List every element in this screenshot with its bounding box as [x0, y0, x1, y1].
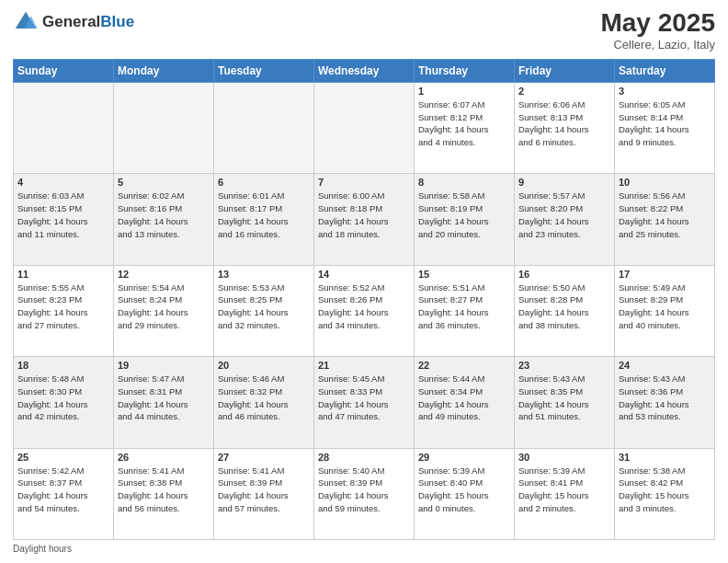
table-row: 25Sunrise: 5:42 AM Sunset: 8:37 PM Dayli…: [14, 448, 114, 539]
day-info: Sunrise: 5:47 AM Sunset: 8:31 PM Dayligh…: [118, 373, 210, 423]
day-number: 7: [318, 177, 410, 188]
day-info: Sunrise: 5:45 AM Sunset: 8:33 PM Dayligh…: [318, 373, 410, 423]
logo: GeneralBlue: [13, 9, 134, 35]
month-title: May 2025: [600, 9, 715, 38]
table-row: [214, 82, 314, 173]
calendar-table: Sunday Monday Tuesday Wednesday Thursday…: [13, 59, 715, 540]
day-number: 18: [17, 360, 109, 371]
day-info: Sunrise: 5:42 AM Sunset: 8:37 PM Dayligh…: [17, 465, 109, 515]
day-number: 30: [518, 452, 610, 463]
day-info: Sunrise: 5:53 AM Sunset: 8:25 PM Dayligh…: [218, 282, 310, 332]
day-info: Sunrise: 5:41 AM Sunset: 8:39 PM Dayligh…: [218, 465, 310, 515]
day-number: 2: [518, 86, 610, 97]
table-row: 23Sunrise: 5:43 AM Sunset: 8:35 PM Dayli…: [515, 357, 615, 448]
table-row: 14Sunrise: 5:52 AM Sunset: 8:26 PM Dayli…: [314, 265, 415, 356]
day-info: Sunrise: 6:06 AM Sunset: 8:13 PM Dayligh…: [518, 98, 610, 149]
day-number: 4: [17, 177, 109, 188]
day-info: Sunrise: 5:44 AM Sunset: 8:34 PM Dayligh…: [418, 373, 510, 423]
day-info: Sunrise: 6:03 AM Sunset: 8:15 PM Dayligh…: [17, 190, 109, 240]
col-sunday: Sunday: [14, 59, 114, 82]
day-number: 29: [418, 452, 510, 463]
day-number: 8: [418, 177, 510, 188]
day-number: 21: [318, 360, 410, 371]
day-number: 17: [619, 269, 711, 280]
day-number: 9: [518, 177, 610, 188]
day-number: 6: [218, 177, 310, 188]
day-number: 27: [218, 452, 310, 463]
day-info: Sunrise: 5:49 AM Sunset: 8:29 PM Dayligh…: [619, 282, 711, 332]
day-number: 22: [418, 360, 510, 371]
table-row: 20Sunrise: 5:46 AM Sunset: 8:32 PM Dayli…: [214, 357, 314, 448]
table-row: 28Sunrise: 5:40 AM Sunset: 8:39 PM Dayli…: [314, 448, 415, 539]
day-number: 10: [619, 177, 711, 188]
table-row: 3Sunrise: 6:05 AM Sunset: 8:14 PM Daylig…: [615, 82, 715, 173]
day-number: 13: [218, 269, 310, 280]
day-info: Sunrise: 5:41 AM Sunset: 8:38 PM Dayligh…: [118, 465, 210, 515]
calendar-week-row: 11Sunrise: 5:55 AM Sunset: 8:23 PM Dayli…: [14, 265, 715, 356]
day-number: 5: [118, 177, 210, 188]
table-row: 26Sunrise: 5:41 AM Sunset: 8:38 PM Dayli…: [114, 448, 214, 539]
table-row: 11Sunrise: 5:55 AM Sunset: 8:23 PM Dayli…: [14, 265, 114, 356]
col-thursday: Thursday: [415, 59, 515, 82]
day-info: Sunrise: 5:58 AM Sunset: 8:19 PM Dayligh…: [418, 190, 510, 240]
day-info: Sunrise: 5:56 AM Sunset: 8:22 PM Dayligh…: [619, 190, 711, 240]
logo-icon: [13, 9, 39, 35]
logo-general-text: General: [42, 13, 100, 30]
location: Cellere, Lazio, Italy: [600, 38, 715, 52]
day-number: 31: [619, 452, 711, 463]
title-area: May 2025 Cellere, Lazio, Italy: [600, 9, 715, 52]
calendar-header-row: Sunday Monday Tuesday Wednesday Thursday…: [14, 59, 715, 82]
day-number: 20: [218, 360, 310, 371]
day-number: 26: [118, 452, 210, 463]
table-row: 12Sunrise: 5:54 AM Sunset: 8:24 PM Dayli…: [114, 265, 214, 356]
table-row: 2Sunrise: 6:06 AM Sunset: 8:13 PM Daylig…: [515, 82, 615, 173]
day-info: Sunrise: 5:54 AM Sunset: 8:24 PM Dayligh…: [118, 282, 210, 332]
page-header: GeneralBlue May 2025 Cellere, Lazio, Ita…: [13, 9, 715, 52]
day-info: Sunrise: 5:51 AM Sunset: 8:27 PM Dayligh…: [418, 282, 510, 332]
day-info: Sunrise: 5:55 AM Sunset: 8:23 PM Dayligh…: [17, 282, 109, 332]
table-row: [314, 82, 415, 173]
day-number: 23: [518, 360, 610, 371]
table-row: 27Sunrise: 5:41 AM Sunset: 8:39 PM Dayli…: [214, 448, 314, 539]
table-row: 4Sunrise: 6:03 AM Sunset: 8:15 PM Daylig…: [14, 174, 114, 265]
table-row: 17Sunrise: 5:49 AM Sunset: 8:29 PM Dayli…: [615, 265, 715, 356]
day-info: Sunrise: 5:48 AM Sunset: 8:30 PM Dayligh…: [17, 373, 109, 423]
day-number: 14: [318, 269, 410, 280]
table-row: 16Sunrise: 5:50 AM Sunset: 8:28 PM Dayli…: [515, 265, 615, 356]
day-info: Sunrise: 5:40 AM Sunset: 8:39 PM Dayligh…: [318, 465, 410, 515]
day-info: Sunrise: 5:39 AM Sunset: 8:41 PM Dayligh…: [518, 465, 610, 515]
col-tuesday: Tuesday: [214, 59, 314, 82]
table-row: 19Sunrise: 5:47 AM Sunset: 8:31 PM Dayli…: [114, 357, 214, 448]
day-info: Sunrise: 6:05 AM Sunset: 8:14 PM Dayligh…: [619, 98, 711, 149]
day-info: Sunrise: 6:02 AM Sunset: 8:16 PM Dayligh…: [118, 190, 210, 240]
table-row: [114, 82, 214, 173]
day-info: Sunrise: 6:07 AM Sunset: 8:12 PM Dayligh…: [418, 98, 510, 149]
calendar-week-row: 25Sunrise: 5:42 AM Sunset: 8:37 PM Dayli…: [14, 448, 715, 539]
day-number: 24: [619, 360, 711, 371]
day-number: 11: [17, 269, 109, 280]
table-row: 18Sunrise: 5:48 AM Sunset: 8:30 PM Dayli…: [14, 357, 114, 448]
col-monday: Monday: [114, 59, 214, 82]
calendar-week-row: 1Sunrise: 6:07 AM Sunset: 8:12 PM Daylig…: [14, 82, 715, 173]
table-row: 31Sunrise: 5:38 AM Sunset: 8:42 PM Dayli…: [615, 448, 715, 539]
day-info: Sunrise: 6:00 AM Sunset: 8:18 PM Dayligh…: [318, 190, 410, 240]
col-friday: Friday: [515, 59, 615, 82]
table-row: 1Sunrise: 6:07 AM Sunset: 8:12 PM Daylig…: [415, 82, 515, 173]
col-wednesday: Wednesday: [314, 59, 415, 82]
table-row: 8Sunrise: 5:58 AM Sunset: 8:19 PM Daylig…: [415, 174, 515, 265]
day-info: Sunrise: 6:01 AM Sunset: 8:17 PM Dayligh…: [218, 190, 310, 240]
day-info: Sunrise: 5:57 AM Sunset: 8:20 PM Dayligh…: [518, 190, 610, 240]
day-info: Sunrise: 5:50 AM Sunset: 8:28 PM Dayligh…: [518, 282, 610, 332]
day-number: 28: [318, 452, 410, 463]
day-number: 15: [418, 269, 510, 280]
col-saturday: Saturday: [615, 59, 715, 82]
footer: Daylight hours: [13, 544, 715, 554]
day-info: Sunrise: 5:38 AM Sunset: 8:42 PM Dayligh…: [619, 465, 711, 515]
day-info: Sunrise: 5:39 AM Sunset: 8:40 PM Dayligh…: [418, 465, 510, 515]
table-row: 13Sunrise: 5:53 AM Sunset: 8:25 PM Dayli…: [214, 265, 314, 356]
calendar-week-row: 18Sunrise: 5:48 AM Sunset: 8:30 PM Dayli…: [14, 357, 715, 448]
table-row: [14, 82, 114, 173]
day-info: Sunrise: 5:52 AM Sunset: 8:26 PM Dayligh…: [318, 282, 410, 332]
table-row: 29Sunrise: 5:39 AM Sunset: 8:40 PM Dayli…: [415, 448, 515, 539]
day-number: 12: [118, 269, 210, 280]
